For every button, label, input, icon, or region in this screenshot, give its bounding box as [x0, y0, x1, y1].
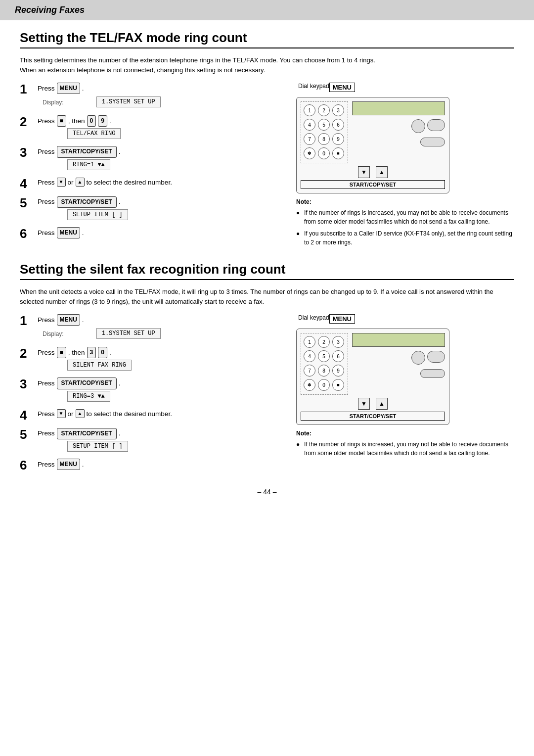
device-display-screen — [352, 101, 445, 115]
section2: Setting the silent fax recognition ring … — [20, 262, 514, 478]
s2-step-4: 4 Press ▼ or ▲ to select the desired num… — [20, 409, 286, 423]
s2-device-display-screen — [352, 333, 445, 347]
section1-keypad: 1 2 3 4 5 6 7 8 9 ✽ 0 ■ — [301, 101, 348, 163]
key-star: ✽ — [304, 147, 315, 159]
step2-hash-key[interactable]: ■ — [57, 115, 66, 127]
s2-step-1: 1 Press MENU . Display: 1.SYSTEM SET UP — [20, 314, 286, 342]
step-3: 3 Press START/COPY/SET . RING=1 ▼▲ — [20, 146, 286, 172]
s2-step4-down-arrow[interactable]: ▼ — [57, 409, 66, 418]
step1-menu-key[interactable]: MENU — [57, 83, 80, 94]
section1-menu-label: MENU — [329, 83, 355, 92]
step-1: 1 Press MENU . Display: 1.SYSTEM SET UP — [20, 83, 286, 110]
step5-start-key[interactable]: START/COPY/SET — [57, 196, 117, 208]
step3-display: RING=1 ▼▲ — [67, 159, 110, 170]
s2-step3-display: RING=3 ▼▲ — [67, 391, 110, 402]
s2-step2-key-3[interactable]: 3 — [87, 347, 96, 358]
s2-device-slider-btn — [420, 369, 445, 378]
step2-key-9[interactable]: 9 — [98, 115, 107, 127]
device-down-arrow-icon: ▼ — [358, 166, 370, 178]
s2-step-2: 2 Press ■ , then 3 0 . SILENT FAX RING — [20, 347, 286, 373]
section2-diagram-area: Dial keypad MENU 1 2 3 4 5 6 7 8 — [296, 314, 514, 478]
step2-display: TEL/FAX RING — [67, 128, 121, 139]
step1-display: 1.SYSTEM SET UP — [96, 96, 161, 107]
step6-menu-key[interactable]: MENU — [57, 227, 80, 238]
section2-start-copy-set-label: START/COPY/SET — [301, 412, 445, 421]
s2-step2-hash-key[interactable]: ■ — [57, 347, 66, 358]
key-0: 0 — [318, 147, 330, 159]
section2-device-diagram: 1 2 3 4 5 6 7 8 9 ✽ 0 ■ — [296, 329, 449, 425]
key-5: 5 — [318, 119, 330, 131]
key-7: 7 — [304, 133, 315, 145]
s2-step5-display: SETUP ITEM [ ] — [67, 441, 128, 452]
s2-step1-menu-key[interactable]: MENU — [57, 314, 80, 326]
section1-title: Setting the TEL/FAX mode ring count — [20, 30, 514, 48]
section2-menu-label: MENU — [329, 314, 355, 324]
s2-step-5: 5 Press START/COPY/SET . SETUP ITEM [ ] — [20, 428, 286, 454]
section2-diagram-label: Dial keypad — [298, 314, 329, 321]
key-8: 8 — [318, 133, 330, 145]
s2-step1-display: 1.SYSTEM SET UP — [96, 328, 161, 339]
section2-keypad: 1 2 3 4 5 6 7 8 9 ✽ 0 ■ — [301, 333, 348, 395]
s2-step5-start-key[interactable]: START/COPY/SET — [57, 428, 117, 439]
key-3: 3 — [332, 104, 344, 116]
key-9: 9 — [332, 133, 344, 145]
page-number: – 44 – — [20, 488, 514, 496]
device-oval-btn — [427, 119, 445, 131]
s2-step-3: 3 Press START/COPY/SET . RING=3 ▼▲ — [20, 378, 286, 403]
key-1: 1 — [304, 104, 315, 116]
section1-start-copy-set-label: START/COPY/SET — [301, 180, 445, 189]
s2-device-down-arrow-icon: ▼ — [358, 398, 370, 410]
step-2: 2 Press ■ , then 0 9 . TEL/FAX RING — [20, 115, 286, 141]
step3-start-key[interactable]: START/COPY/SET — [57, 146, 117, 157]
step4-up-arrow[interactable]: ▲ — [76, 178, 85, 187]
section1-device-diagram: 1 2 3 4 5 6 7 8 9 ✽ 0 ■ — [296, 97, 449, 193]
step5-display: SETUP ITEM [ ] — [67, 209, 128, 220]
section1-steps: 1 Press MENU . Display: 1.SYSTEM SET UP — [20, 83, 286, 250]
section2-notes: Note: ● If the number of rings is increa… — [296, 429, 514, 461]
s2-step4-up-arrow[interactable]: ▲ — [76, 409, 85, 418]
device-round-btn1 — [411, 119, 425, 133]
s2-device-up-arrow-icon: ▲ — [376, 398, 388, 410]
header-title: Receiving Faxes — [15, 5, 85, 15]
step-5: 5 Press START/COPY/SET . SETUP ITEM [ ] — [20, 196, 286, 222]
section1: Setting the TEL/FAX mode ring count This… — [20, 30, 514, 250]
section2-title: Setting the silent fax recognition ring … — [20, 262, 514, 280]
step-4: 4 Press ▼ or ▲ to select the desired num… — [20, 177, 286, 191]
step1-press-label: Press — [38, 83, 55, 94]
s2-step2-key-0[interactable]: 0 — [98, 347, 107, 358]
section1-notes: Note: ● If the number of rings is increa… — [296, 197, 514, 250]
step2-key-0[interactable]: 0 — [87, 115, 96, 127]
s2-device-round-btn1 — [411, 351, 425, 365]
key-4: 4 — [304, 119, 315, 131]
device-up-arrow-icon: ▲ — [376, 166, 388, 178]
key-6: 6 — [332, 119, 344, 131]
section2-intro: When the unit detects a voice call in th… — [20, 287, 514, 306]
section2-steps: 1 Press MENU . Display: 1.SYSTEM SET UP — [20, 314, 286, 478]
header-bar: Receiving Faxes — [0, 0, 534, 20]
section1-intro: This setting determines the number of th… — [20, 55, 514, 75]
section1-diagram-label: Dial keypad — [298, 83, 329, 90]
s2-device-oval-btn — [427, 351, 445, 363]
key-hash: ■ — [332, 147, 344, 159]
device-slider-btn — [420, 138, 445, 146]
step-6: 6 Press MENU . — [20, 227, 286, 241]
step4-down-arrow[interactable]: ▼ — [57, 178, 66, 187]
key-2: 2 — [318, 104, 330, 116]
s2-step2-display: SILENT FAX RING — [67, 360, 132, 371]
s2-step-6: 6 Press MENU . — [20, 459, 286, 473]
s2-step6-menu-key[interactable]: MENU — [57, 459, 80, 470]
section1-diagram-area: Dial keypad MENU 1 2 3 4 5 6 7 8 — [296, 83, 514, 250]
s2-step3-start-key[interactable]: START/COPY/SET — [57, 378, 117, 389]
